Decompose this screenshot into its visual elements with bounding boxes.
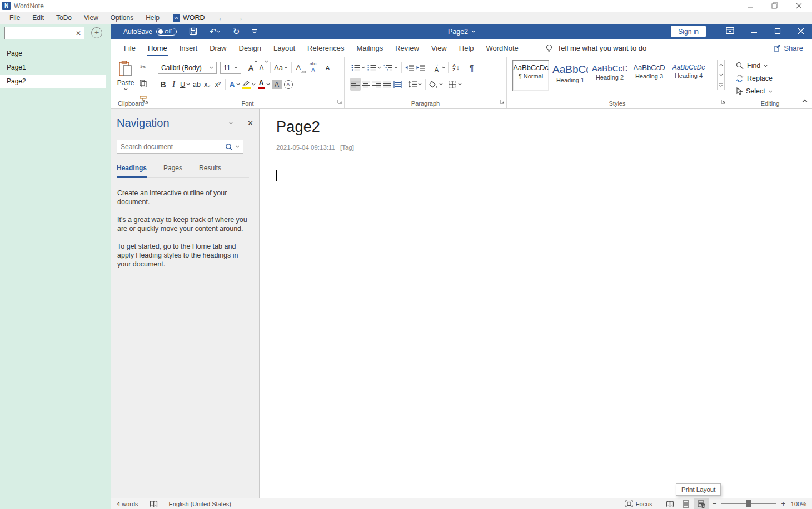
styles-gallery-expand-button[interactable]: [717, 80, 725, 90]
paragraph-dialog-launcher[interactable]: [500, 96, 505, 106]
tab-design[interactable]: Design: [233, 39, 267, 57]
proofing-button[interactable]: [150, 500, 158, 507]
change-case-button[interactable]: Aa: [273, 61, 289, 74]
list-item-page2[interactable]: Page2: [0, 75, 106, 88]
close-navigation-button[interactable]: ✕: [247, 119, 253, 127]
back-arrow-button[interactable]: ←: [217, 14, 225, 22]
line-spacing-button[interactable]: [407, 78, 423, 91]
autosave-toggle[interactable]: Off: [156, 28, 177, 36]
word-maximize-button[interactable]: [774, 27, 781, 37]
chevron-down-icon[interactable]: [236, 145, 240, 148]
tab-layout[interactable]: Layout: [267, 39, 301, 57]
replace-button[interactable]: Replace: [736, 75, 773, 82]
app-restore-button[interactable]: [771, 1, 778, 11]
tab-pages[interactable]: Pages: [163, 161, 182, 177]
word-minimize-button[interactable]: [751, 27, 758, 37]
tab-draw[interactable]: Draw: [203, 39, 232, 57]
align-right-button[interactable]: [371, 78, 382, 91]
character-border-button[interactable]: A: [322, 61, 333, 74]
shading-button[interactable]: [428, 78, 444, 91]
collapse-ribbon-button[interactable]: [802, 95, 808, 105]
subscript-button[interactable]: x₂: [202, 78, 212, 91]
text-effects-button[interactable]: A: [228, 78, 241, 91]
strikethrough-button[interactable]: ab: [191, 78, 202, 91]
styles-scroll-up-button[interactable]: [717, 60, 725, 70]
word-count[interactable]: 4 words: [117, 501, 138, 507]
menu-view[interactable]: View: [78, 14, 104, 22]
style-heading2[interactable]: AaBbCcD Heading 2: [591, 60, 628, 91]
zoom-slider-handle[interactable]: [746, 500, 751, 507]
zoom-in-button[interactable]: +: [778, 500, 789, 508]
style-heading1[interactable]: AaBbCc Heading 1: [552, 60, 589, 91]
font-dialog-launcher[interactable]: [337, 96, 342, 106]
web-layout-button[interactable]: [694, 498, 709, 509]
tab-review[interactable]: Review: [389, 39, 425, 57]
zoom-level[interactable]: 100%: [789, 501, 812, 507]
show-hide-marks-button[interactable]: ¶: [466, 61, 477, 74]
menu-file[interactable]: File: [3, 14, 26, 22]
asian-layout-button[interactable]: ↔ A: [431, 61, 442, 74]
distribute-button[interactable]: [392, 78, 403, 91]
font-name-combobox[interactable]: Calibri (Body): [158, 62, 217, 74]
styles-dialog-launcher[interactable]: [721, 96, 726, 106]
zoom-out-button[interactable]: −: [709, 500, 720, 508]
increase-indent-button[interactable]: [415, 61, 426, 74]
document-heading[interactable]: Page2: [276, 118, 788, 140]
find-button[interactable]: Find: [736, 62, 768, 70]
clear-formatting-button[interactable]: A: [294, 61, 305, 74]
document-canvas[interactable]: Page2 2021-05-04 09:13:11 [Tag]: [260, 109, 812, 498]
decrease-indent-button[interactable]: [404, 61, 415, 74]
save-button[interactable]: [189, 27, 197, 36]
enclose-characters-button[interactable]: A: [283, 78, 294, 91]
character-shading-button[interactable]: A: [271, 78, 283, 91]
font-size-combobox[interactable]: 11: [220, 62, 241, 74]
add-page-button[interactable]: +: [91, 27, 102, 38]
word-close-button[interactable]: [798, 27, 804, 37]
cut-button[interactable]: ✂: [138, 61, 148, 73]
italic-button[interactable]: I: [168, 78, 179, 91]
app-close-button[interactable]: [796, 1, 802, 11]
menu-options[interactable]: Options: [104, 14, 140, 22]
tab-wordnote[interactable]: WordNote: [480, 39, 525, 57]
menu-todo[interactable]: ToDo: [50, 14, 78, 22]
paste-button[interactable]: Paste: [116, 61, 135, 101]
style-heading4[interactable]: AaBbCcDc Heading 4: [670, 60, 707, 91]
clipboard-dialog-launcher[interactable]: [144, 96, 149, 106]
tab-references[interactable]: References: [301, 39, 350, 57]
zoom-slider[interactable]: [721, 503, 776, 504]
focus-button[interactable]: Focus: [625, 500, 652, 507]
align-center-button[interactable]: [361, 78, 371, 91]
nav-search-input[interactable]: [121, 143, 222, 151]
ribbon-display-options-button[interactable]: [726, 27, 734, 37]
forward-arrow-button[interactable]: →: [236, 14, 243, 22]
style-heading3[interactable]: AaBbCcD Heading 3: [631, 60, 667, 91]
bullets-button[interactable]: [350, 61, 366, 74]
tab-home[interactable]: Home: [142, 39, 173, 57]
tab-insert[interactable]: Insert: [173, 39, 204, 57]
tab-help[interactable]: Help: [453, 39, 480, 57]
style-normal[interactable]: AaBbCcDc ¶ Normal: [512, 60, 549, 91]
clear-search-icon[interactable]: ✕: [73, 29, 84, 37]
sidebar-search-input[interactable]: [5, 29, 73, 37]
tab-word-embed[interactable]: W WORD: [168, 14, 210, 22]
app-minimize-button[interactable]: [748, 1, 754, 11]
undo-button[interactable]: ↶: [210, 27, 221, 36]
tab-view[interactable]: View: [425, 39, 453, 57]
styles-scroll-down-button[interactable]: [717, 70, 725, 80]
menu-help[interactable]: Help: [140, 14, 166, 22]
list-item-page[interactable]: Page: [0, 47, 111, 60]
multilevel-list-button[interactable]: [382, 61, 399, 74]
justify-button[interactable]: [382, 78, 392, 91]
tell-me-box[interactable]: Tell me what you want to do: [546, 44, 646, 53]
share-button[interactable]: Share: [774, 44, 803, 52]
tab-headings[interactable]: Headings: [117, 161, 147, 178]
list-item-page1[interactable]: Page1: [0, 61, 111, 74]
select-button[interactable]: Select: [736, 87, 773, 95]
font-color-button[interactable]: A: [257, 78, 271, 91]
read-mode-button[interactable]: [662, 498, 678, 509]
highlight-color-button[interactable]: [241, 78, 257, 91]
language-status[interactable]: English (United States): [169, 501, 232, 507]
customize-qat-button[interactable]: [252, 29, 257, 34]
print-layout-button[interactable]: [678, 498, 694, 509]
tab-results[interactable]: Results: [199, 161, 221, 177]
